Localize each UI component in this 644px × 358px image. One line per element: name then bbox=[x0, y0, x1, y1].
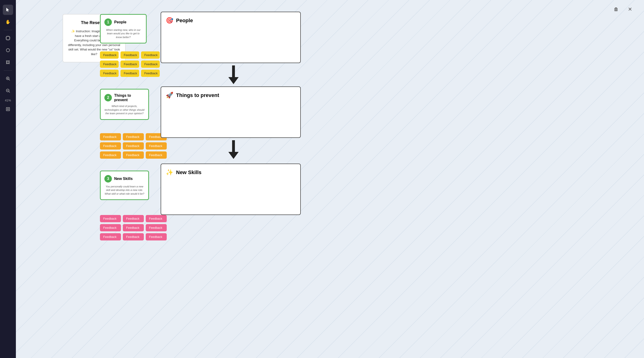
feedback-tag[interactable]: Feedback bbox=[123, 133, 144, 140]
feedback-tag[interactable]: Feedback bbox=[100, 133, 121, 140]
svg-rect-20 bbox=[615, 9, 616, 11]
delete-button[interactable] bbox=[611, 5, 621, 14]
result-panel-2-title: Things to prevent bbox=[176, 92, 219, 98]
q2-header: 2 Things to prevent bbox=[104, 93, 144, 102]
q1-desc: When starting new, who in our team would… bbox=[104, 28, 142, 39]
feedback-tag[interactable]: Feedback bbox=[120, 61, 139, 68]
fit-tool[interactable] bbox=[3, 104, 13, 114]
feedback-tag[interactable]: Feedback bbox=[100, 142, 121, 150]
feedback-tag[interactable]: Feedback bbox=[123, 215, 144, 222]
svg-rect-24 bbox=[615, 8, 617, 8]
svg-rect-22 bbox=[616, 9, 617, 11]
q1-number: 1 bbox=[104, 19, 112, 26]
feedback-tag[interactable]: Feedback bbox=[141, 70, 160, 77]
result-panel-2-header: 🚀 Things to prevent bbox=[166, 92, 296, 99]
canvas: The Reset 🗒️ ✨ Instruction: Imagine you … bbox=[16, 0, 644, 358]
result-panel-1-header: 🎯 People bbox=[166, 17, 296, 24]
feedback-tag[interactable]: Feedback bbox=[141, 61, 160, 68]
feedback-grid-q2: Feedback Feedback Feedback Feedback Feed… bbox=[100, 133, 167, 159]
feedback-tag[interactable]: Feedback bbox=[100, 233, 121, 240]
close-button[interactable]: ✕ bbox=[625, 5, 635, 14]
zoom-out-tool[interactable] bbox=[3, 86, 13, 96]
top-controls: ✕ bbox=[611, 5, 635, 14]
feedback-tag[interactable]: Feedback bbox=[123, 151, 144, 159]
feedback-tag[interactable]: Feedback bbox=[120, 51, 139, 59]
feedback-grid-q1: Feedback Feedback Feedback Feedback Feed… bbox=[100, 51, 160, 77]
q2-title: Things to prevent bbox=[114, 93, 144, 102]
result-panel-2-icon: 🚀 bbox=[166, 92, 173, 99]
frame-tool[interactable] bbox=[3, 33, 13, 43]
q3-number: 3 bbox=[104, 175, 112, 183]
feedback-tag[interactable]: Feedback bbox=[123, 142, 144, 150]
question-card-3: 3 New Skills You personally could learn … bbox=[100, 171, 149, 200]
svg-point-10 bbox=[6, 49, 10, 52]
arrow-2 bbox=[228, 140, 239, 159]
result-panel-things: 🚀 Things to prevent bbox=[161, 87, 301, 138]
q3-header: 3 New Skills bbox=[104, 175, 144, 183]
result-panel-3-header: ✨ New Skills bbox=[166, 169, 296, 176]
q3-desc: You personally could learn a new skill a… bbox=[104, 185, 144, 196]
sidebar: ✋ 🖼 41% bbox=[0, 0, 16, 358]
feedback-grid-q3: Feedback Feedback Feedback Feedback Feed… bbox=[100, 215, 167, 240]
feedback-tag[interactable]: Feedback bbox=[120, 70, 139, 77]
divider-2 bbox=[4, 70, 12, 71]
svg-rect-21 bbox=[616, 9, 616, 11]
svg-rect-1 bbox=[6, 37, 10, 40]
arrow-1 bbox=[228, 66, 239, 84]
zoom-percentage: 41% bbox=[5, 99, 11, 102]
result-panel-3-icon: ✨ bbox=[166, 169, 173, 176]
question-card-2: 2 Things to prevent Which kind of projec… bbox=[100, 89, 149, 120]
feedback-tag[interactable]: Feedback bbox=[100, 224, 121, 231]
arrow-head-1 bbox=[228, 77, 239, 84]
feedback-tag[interactable]: Feedback bbox=[141, 51, 160, 59]
q3-title: New Skills bbox=[114, 176, 133, 181]
result-panel-people: 🎯 People bbox=[161, 12, 301, 63]
result-panel-1-icon: 🎯 bbox=[166, 17, 173, 24]
result-panel-3-title: New Skills bbox=[176, 169, 202, 175]
svg-marker-0 bbox=[6, 8, 9, 12]
image-tool[interactable]: 🖼 bbox=[3, 57, 13, 68]
arrow-head-2 bbox=[228, 152, 239, 159]
feedback-tag[interactable]: Feedback bbox=[146, 224, 167, 231]
circle-tool[interactable] bbox=[3, 45, 13, 55]
svg-point-19 bbox=[7, 108, 9, 110]
zoom-in-tool[interactable] bbox=[3, 73, 13, 84]
feedback-tag[interactable]: Feedback bbox=[146, 215, 167, 222]
svg-rect-18 bbox=[6, 108, 10, 111]
feedback-tag[interactable]: Feedback bbox=[100, 70, 118, 77]
feedback-tag[interactable]: Feedback bbox=[123, 224, 144, 231]
svg-line-16 bbox=[9, 91, 10, 93]
result-panel-1-title: People bbox=[176, 18, 193, 24]
feedback-tag[interactable]: Feedback bbox=[146, 233, 167, 240]
feedback-tag[interactable]: Feedback bbox=[146, 142, 167, 150]
feedback-tag[interactable]: Feedback bbox=[100, 51, 118, 59]
q2-desc: Which kind of projects, technologies or … bbox=[104, 105, 144, 115]
question-card-1: 1 People When starting new, who in our t… bbox=[100, 14, 147, 44]
hand-tool[interactable]: ✋ bbox=[3, 17, 13, 27]
arrow-shaft-1 bbox=[232, 66, 235, 77]
result-panel-skills: ✨ New Skills bbox=[161, 164, 301, 215]
q1-header: 1 People bbox=[104, 19, 142, 26]
feedback-tag[interactable]: Feedback bbox=[100, 151, 121, 159]
q1-title: People bbox=[114, 20, 126, 24]
arrow-shaft-2 bbox=[232, 140, 235, 152]
q2-number: 2 bbox=[104, 94, 112, 101]
feedback-tag[interactable]: Feedback bbox=[123, 233, 144, 240]
feedback-tag[interactable]: Feedback bbox=[100, 215, 121, 222]
svg-line-12 bbox=[9, 79, 10, 80]
feedback-tag[interactable]: Feedback bbox=[146, 151, 167, 159]
feedback-tag[interactable]: Feedback bbox=[100, 61, 118, 68]
cursor-tool[interactable] bbox=[3, 5, 13, 15]
